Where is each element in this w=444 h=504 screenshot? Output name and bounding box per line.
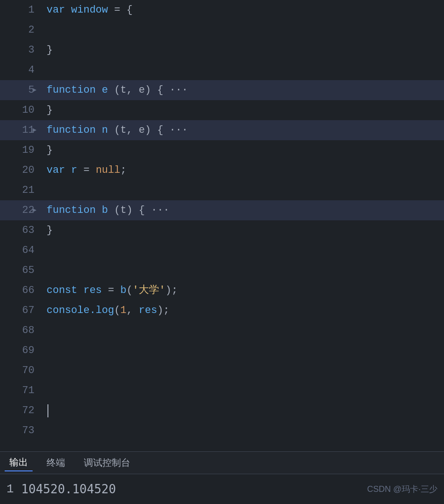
param-t: t	[120, 200, 126, 220]
line-number: 67	[0, 300, 42, 320]
line-content: ▶ function b ( t ) { ···	[42, 200, 444, 220]
collapsed-indicator: ···	[145, 200, 169, 220]
line-content: ▶ function n ( t , e ) { ···	[42, 120, 444, 140]
fn-b-name: b	[102, 200, 108, 220]
line-content: }	[42, 100, 444, 120]
code-line-1: 1 var window = {	[0, 0, 444, 20]
punct: ,	[127, 80, 139, 100]
line-content: }	[42, 40, 444, 60]
code-line-5: 5 ▶ function e ( t , e ) { ···	[0, 80, 444, 100]
output-value: 104520.104520	[21, 482, 116, 496]
code-line-72: 72	[0, 401, 444, 421]
text-cursor	[47, 404, 48, 417]
punct: (	[108, 200, 120, 220]
line-number: 66	[0, 280, 42, 300]
keyword-function: function	[47, 80, 96, 100]
punct: ,	[127, 300, 139, 320]
console-log: console.log	[47, 300, 114, 320]
code-line-67: 67 console.log ( 1 , res );	[0, 300, 444, 320]
punct: (	[127, 280, 133, 300]
panel-output: 1 104520.104520 CSDN @玛卡·三少	[0, 474, 444, 504]
tab-debug-console[interactable]: 调试控制台	[79, 455, 135, 471]
watermark: CSDN @玛卡·三少	[367, 484, 437, 495]
output-number: 1	[7, 482, 14, 496]
param-e: e	[139, 120, 145, 140]
code-line-10: 10 }	[0, 100, 444, 120]
line-number: 1	[0, 0, 42, 20]
var-res: res	[83, 280, 102, 300]
code-line-66: 66 const res = b ( '大学' );	[0, 280, 444, 300]
code-line-2: 2	[0, 20, 444, 40]
fold-arrow[interactable]: ▶	[33, 200, 42, 220]
line-content: console.log ( 1 , res );	[42, 300, 444, 320]
code-line-4: 4	[0, 60, 444, 80]
fn-n-name: n	[102, 120, 108, 140]
panel-tabs: 输出 终端 调试控制台	[0, 452, 444, 474]
var-r: r	[71, 160, 77, 180]
line-number: 64	[0, 240, 42, 260]
null-value: null	[96, 160, 121, 180]
code-line-20: 20 var r = null ;	[0, 160, 444, 180]
punct: ,	[127, 120, 139, 140]
line-number: 3	[0, 40, 42, 60]
code-line-21: 21	[0, 180, 444, 200]
line-number: 4	[0, 60, 42, 80]
line-number: 10	[0, 100, 42, 120]
punct: );	[165, 280, 177, 300]
code-line-65: 65	[0, 260, 444, 280]
code-line-70: 70	[0, 361, 444, 381]
keyword-function: function	[47, 120, 96, 140]
line-number: 71	[0, 381, 42, 401]
code-line-69: 69	[0, 341, 444, 361]
bottom-panel: 输出 终端 调试控制台 1 104520.104520 CSDN @玛卡·三少	[0, 451, 444, 504]
line-number: 69	[0, 341, 42, 361]
fn-e-name: e	[102, 80, 108, 100]
param-t: t	[120, 120, 126, 140]
keyword-var: var	[47, 0, 65, 20]
code-line-19: 19 }	[0, 140, 444, 160]
line-number: 65	[0, 260, 42, 280]
punct: ) {	[145, 120, 163, 140]
line-content: ▶ function e ( t , e ) { ···	[42, 80, 444, 100]
code-line-71: 71	[0, 381, 444, 401]
punct: ) {	[127, 200, 145, 220]
line-number: 20	[0, 160, 42, 180]
code-line-63: 63 }	[0, 220, 444, 240]
line-content: }	[42, 220, 444, 240]
punct: ;	[120, 160, 126, 180]
line-number: 72	[0, 401, 42, 421]
keyword-function: function	[47, 200, 96, 220]
number-1: 1	[120, 300, 126, 320]
param-e: e	[139, 80, 145, 100]
code-line-68: 68	[0, 320, 444, 341]
line-content: var r = null ;	[42, 160, 444, 180]
punct: =	[77, 160, 96, 180]
var-name: window	[71, 0, 108, 20]
punct: (	[114, 300, 120, 320]
res-var: res	[139, 300, 157, 320]
code-line-73: 73	[0, 421, 444, 441]
string-val: '大学'	[133, 280, 165, 300]
line-content	[42, 404, 444, 417]
code-line-3: 3 }	[0, 40, 444, 60]
tab-terminal[interactable]: 终端	[42, 455, 70, 471]
line-content: var window = {	[42, 0, 444, 20]
punct: =	[102, 280, 121, 300]
code-line-64: 64	[0, 240, 444, 260]
tab-output[interactable]: 输出	[5, 454, 33, 471]
line-content: const res = b ( '大学' );	[42, 280, 444, 300]
line-number: 70	[0, 361, 42, 381]
line-number: 2	[0, 20, 42, 40]
code-line-22: 22 ▶ function b ( t ) { ···	[0, 200, 444, 220]
fold-arrow[interactable]: ▶	[33, 120, 42, 140]
fold-arrow[interactable]: ▶	[33, 80, 42, 100]
close-brace: }	[47, 220, 53, 240]
line-content: }	[42, 140, 444, 160]
editor-area: 1 var window = { 2 3 } 4 5	[0, 0, 444, 451]
punct: = {	[108, 0, 133, 20]
line-number: 68	[0, 320, 42, 341]
param-t: t	[120, 80, 126, 100]
code-lines: 1 var window = { 2 3 } 4 5	[0, 0, 444, 451]
close-brace: }	[47, 100, 53, 120]
punct: (	[108, 80, 120, 100]
